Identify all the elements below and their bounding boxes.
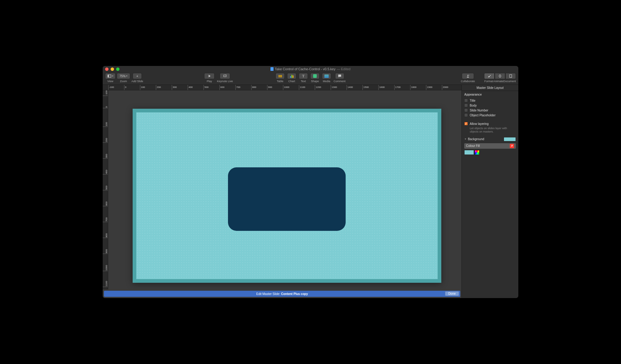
title-checkbox[interactable]: [464, 99, 468, 102]
minimize-window-button[interactable]: [111, 67, 114, 71]
svg-rect-6: [510, 75, 512, 77]
document-icon: [509, 74, 513, 78]
diamond-icon: [498, 74, 502, 78]
inspector-panel: Master Slide Layout Appearance Title Bod…: [461, 85, 518, 298]
ruler-tick: 500: [103, 186, 108, 190]
ruler-tick: 1400: [347, 85, 353, 90]
play-button[interactable]: [204, 73, 215, 79]
document-label: Document: [503, 80, 516, 83]
zoom-group: 75% ▾ Zoom: [117, 73, 130, 83]
colour-wheel-button[interactable]: [475, 150, 480, 155]
ruler-tick: 300: [103, 154, 108, 158]
slide-number-checkbox[interactable]: [464, 108, 468, 112]
zoom-dropdown[interactable]: 75% ▾: [117, 73, 130, 79]
vertical-ruler[interactable]: -100010020030040050060070080090010001100: [103, 90, 108, 289]
ruler-tick: 900: [267, 85, 272, 90]
view-group: ▾ View: [105, 73, 116, 83]
slide-background[interactable]: [136, 112, 438, 279]
titlebar: Take Control of Cache-Control - v0.5.key…: [103, 66, 518, 72]
allow-layering-hint: Let objects on slides layer with objects…: [464, 127, 516, 133]
object-placeholder-checkbox[interactable]: [464, 113, 468, 117]
media-button[interactable]: [322, 73, 331, 79]
fill-colour-swatch[interactable]: [464, 150, 474, 155]
appearance-section: Appearance Title Body Slide Number Objec…: [462, 91, 518, 119]
document-tab[interactable]: [505, 73, 516, 79]
layering-section: Allow layering Let objects on slides lay…: [462, 119, 518, 135]
ruler-tick: 1500: [362, 85, 369, 90]
object-placeholder-checkbox-label: Object Placeholder: [470, 114, 496, 117]
shape-button[interactable]: [310, 73, 319, 79]
table-icon: [278, 75, 282, 77]
slide-master[interactable]: [133, 109, 441, 283]
ruler-tick: 1800: [410, 85, 417, 90]
broadcast-icon: [223, 74, 227, 78]
rounded-rectangle-shape[interactable]: [228, 167, 346, 231]
svg-point-3: [226, 75, 226, 75]
appearance-title: Appearance: [464, 93, 516, 96]
fill-type-select[interactable]: Colour Fill ⇵: [464, 143, 516, 149]
play-label: Play: [207, 80, 212, 83]
collaborate-button[interactable]: [462, 73, 474, 79]
allow-layering-checkbox[interactable]: [464, 122, 468, 126]
table-button[interactable]: [275, 73, 285, 79]
comment-label: Comment: [333, 80, 345, 83]
footer-prefix: Edit Master Slide:: [256, 292, 281, 296]
view-button[interactable]: ▾: [105, 73, 116, 79]
sidebar-icon: [107, 74, 112, 78]
svg-point-5: [469, 75, 469, 75]
plus-icon: +: [136, 75, 138, 78]
zoom-label: Zoom: [120, 80, 127, 83]
footer-master-name: Content Plus copy: [281, 292, 308, 296]
done-button[interactable]: Done: [445, 291, 459, 296]
media-icon: [324, 75, 329, 78]
ruler-tick: 200: [156, 85, 161, 90]
ruler-tick: 0: [103, 106, 108, 108]
ruler-tick: 1000: [283, 85, 289, 90]
ruler-tick: 800: [251, 85, 256, 90]
keynote-window: Take Control of Cache-Control - v0.5.key…: [103, 66, 518, 298]
title-checkbox-label: Title: [470, 99, 476, 102]
text-button[interactable]: T: [299, 73, 308, 79]
svg-point-4: [467, 75, 469, 76]
colour-picker-row: [462, 150, 518, 157]
svg-rect-1: [108, 75, 109, 77]
ruler-tick: -100: [108, 85, 114, 90]
canvas-viewport[interactable]: [108, 90, 461, 289]
body-checkbox[interactable]: [464, 104, 468, 107]
background-swatch[interactable]: [504, 137, 516, 141]
table-label: Table: [277, 80, 284, 83]
chart-icon: [290, 74, 293, 78]
chart-label: Chart: [288, 80, 295, 83]
disclosure-triangle-icon: ▼: [464, 138, 467, 140]
animate-label: Animate: [493, 80, 503, 83]
animate-tab[interactable]: [495, 73, 505, 79]
add-slide-button[interactable]: +: [133, 73, 142, 79]
ruler-tick: 800: [103, 233, 108, 238]
collaborate-icon: [466, 74, 470, 78]
ruler-tick: 700: [103, 217, 108, 222]
canvas-area: -100010020030040050060070080090010001100…: [103, 85, 461, 298]
main-area: -100010020030040050060070080090010001100…: [103, 85, 518, 298]
traffic-lights: [105, 67, 119, 71]
allow-layering-label: Allow layering: [470, 122, 489, 126]
shape-icon: [313, 74, 317, 78]
keynote-live-button[interactable]: [220, 73, 230, 79]
close-window-button[interactable]: [105, 67, 108, 71]
document-icon: [270, 67, 274, 71]
horizontal-ruler[interactable]: -100010020030040050060070080090010001100…: [108, 85, 461, 90]
play-icon: [207, 74, 211, 78]
background-section[interactable]: ▼ Background: [462, 135, 518, 143]
ruler-tick: 600: [103, 202, 108, 206]
fullscreen-window-button[interactable]: [116, 67, 119, 71]
comment-button[interactable]: [335, 73, 344, 79]
inspector-header: Master Slide Layout: [462, 85, 518, 91]
format-tab[interactable]: [484, 73, 494, 79]
toolbar: ▾ View 75% ▾ Zoom + Add Slide: [103, 72, 518, 85]
ruler-tick: 1900: [426, 85, 432, 90]
ruler-tick: 1100: [103, 281, 108, 287]
format-label: Format: [484, 80, 493, 83]
chart-button[interactable]: [287, 73, 296, 79]
ruler-tick: 900: [103, 249, 108, 254]
collaborate-label: Collaborate: [461, 80, 475, 83]
ruler-tick: -100: [103, 90, 108, 96]
